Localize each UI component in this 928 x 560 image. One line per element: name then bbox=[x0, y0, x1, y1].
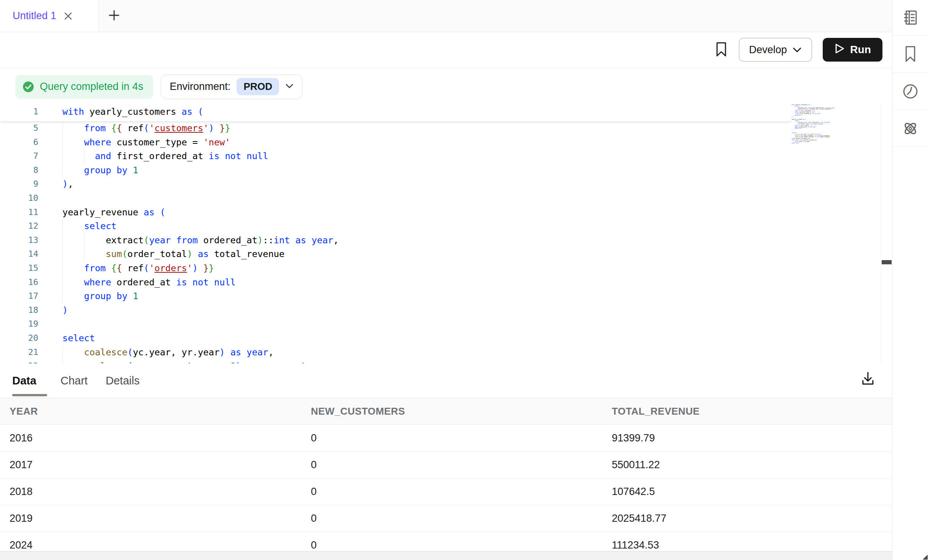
run-button[interactable]: Run bbox=[823, 38, 882, 62]
code-token bbox=[193, 249, 198, 259]
code-line[interactable]: 12 select bbox=[0, 219, 881, 233]
code-line[interactable]: 9), bbox=[0, 177, 881, 191]
code-token: 1 bbox=[133, 165, 138, 176]
editor-overview-ruler[interactable] bbox=[881, 103, 892, 363]
code-line[interactable]: 17 group by 1 bbox=[0, 289, 881, 303]
tab-untitled-1[interactable]: Untitled 1 bbox=[0, 0, 99, 32]
code-line[interactable]: 16 where ordered_at is not null bbox=[0, 275, 881, 290]
horizontal-scrollbar-track[interactable] bbox=[0, 551, 892, 560]
tab-label: Chart bbox=[60, 374, 88, 387]
code-token: , bbox=[792, 116, 793, 117]
line-number: 17 bbox=[0, 289, 38, 303]
sidebar-button-compass[interactable] bbox=[892, 110, 928, 147]
results-tab-chart[interactable]: Chart bbox=[60, 363, 88, 398]
sidebar-button-history[interactable] bbox=[892, 73, 928, 110]
code-token bbox=[225, 347, 230, 358]
code-token: extract bbox=[62, 235, 144, 246]
new-tab-button[interactable] bbox=[99, 0, 129, 32]
results-tab-details[interactable]: Details bbox=[106, 363, 140, 398]
table-cell: 2019 bbox=[10, 513, 311, 524]
table-body: 2016091399.7920170550011.2220180107642.5… bbox=[0, 425, 892, 560]
code-token bbox=[62, 361, 84, 363]
right-sidebar bbox=[892, 0, 928, 560]
code-token bbox=[214, 123, 219, 133]
overview-ruler-cursor-mark bbox=[882, 260, 892, 264]
code-line[interactable]: 21 coalesce(yc.year, yr.year) as year, bbox=[0, 345, 881, 360]
sidebar-button-bookmark[interactable] bbox=[892, 36, 928, 73]
code-text: coalesce(yc.new_customers, 0) as new_cus… bbox=[62, 359, 339, 363]
code-token: total_revenue bbox=[819, 137, 830, 138]
code-line[interactable]: 6 where customer_type = 'new' bbox=[0, 135, 881, 150]
download-button[interactable] bbox=[859, 368, 876, 391]
line-number: 19 bbox=[0, 317, 38, 331]
bookmark-button[interactable] bbox=[714, 42, 728, 58]
code-line[interactable]: 18) bbox=[0, 303, 881, 317]
status-row: Query completed in 4s Environment: PROD bbox=[0, 70, 892, 103]
code-token: ( bbox=[122, 249, 127, 259]
code-token bbox=[62, 249, 106, 259]
code-line[interactable]: 8 group by 1 bbox=[0, 163, 881, 177]
code-token: ) bbox=[209, 123, 214, 133]
code-token: ( bbox=[144, 235, 149, 246]
environment-selector[interactable]: Environment: PROD bbox=[161, 75, 302, 99]
code-token: yc.new_customers, bbox=[133, 361, 230, 363]
develop-button[interactable]: Develop bbox=[739, 38, 812, 62]
code-line[interactable]: 10 bbox=[0, 191, 881, 205]
code-line[interactable]: 1with yearly_customers as ( bbox=[0, 104, 792, 121]
table-header-row: YEARNEW_CUSTOMERSTOTAL_REVENUE bbox=[0, 398, 892, 425]
code-line[interactable]: 7 and first_ordered_at is not null bbox=[0, 149, 881, 163]
code-line[interactable]: 13 extract(year from ordered_at)::int as… bbox=[0, 233, 881, 247]
code-line[interactable]: 5 from {{ ref('customers') }} bbox=[0, 121, 881, 135]
code-token: as bbox=[144, 207, 154, 218]
code-token: new_customers bbox=[820, 109, 831, 110]
code-token: select bbox=[62, 221, 116, 231]
code-token: { bbox=[117, 123, 122, 133]
check-circle-icon bbox=[22, 81, 34, 93]
code-token: is not null bbox=[808, 126, 816, 128]
sticky-line[interactable]: 1with yearly_customers as ( bbox=[0, 104, 792, 122]
line-number: 1 bbox=[0, 104, 38, 119]
code-editor[interactable]: 5 from {{ ref('customers') }}6 where cus… bbox=[0, 103, 892, 363]
code-token: where bbox=[62, 137, 111, 148]
code-line[interactable]: 11yearly_revenue as ( bbox=[0, 205, 881, 220]
table-cell: 111234.53 bbox=[612, 539, 892, 551]
code-line[interactable]: 19 bbox=[0, 317, 881, 331]
code-token: , bbox=[830, 122, 830, 123]
code-token: group by bbox=[62, 291, 133, 301]
minimap-content: with yearly_customers as ( select extrac… bbox=[792, 104, 880, 144]
tab-label: Data bbox=[12, 374, 36, 387]
editor-minimap[interactable]: with yearly_customers as ( select extrac… bbox=[792, 104, 881, 357]
code-token: ordered_at bbox=[111, 277, 176, 288]
code-text: group by 1 bbox=[62, 289, 138, 303]
code-token: ) bbox=[62, 305, 68, 316]
code-token: ordered_at bbox=[198, 235, 258, 246]
code-text: group by 1 bbox=[62, 163, 138, 177]
code-line[interactable]: 20select bbox=[0, 331, 881, 345]
code-token: ) bbox=[193, 263, 198, 273]
code-line[interactable]: 15 from {{ ref('orders') }} bbox=[0, 261, 881, 275]
results-tab-data[interactable]: Data bbox=[12, 363, 36, 398]
code-token: ( bbox=[160, 207, 165, 218]
resize-corner[interactable] bbox=[923, 555, 928, 560]
code-token: is not null bbox=[176, 277, 236, 288]
code-line[interactable]: 22 coalesce(yc.new_customers, 0) as new_… bbox=[0, 359, 881, 363]
sidebar-button-notebook[interactable] bbox=[892, 0, 928, 36]
line-number: 16 bbox=[0, 275, 38, 290]
code-line[interactable]: 14 sum(order_total) as total_revenue bbox=[0, 247, 881, 261]
line-number: 11 bbox=[0, 205, 38, 220]
column-header: NEW_CUSTOMERS bbox=[311, 405, 612, 417]
editor-code-area[interactable]: 5 from {{ ref('customers') }}6 where cus… bbox=[0, 121, 881, 363]
code-token: } bbox=[203, 263, 209, 273]
code-token: 1 bbox=[802, 128, 802, 129]
table-row: 20170550011.22 bbox=[0, 452, 892, 479]
code-token: new_customers, bbox=[257, 361, 338, 363]
code-token: with bbox=[62, 106, 84, 117]
table-row: 201902025418.77 bbox=[0, 505, 892, 532]
line-number: 9 bbox=[0, 177, 38, 191]
code-token: , bbox=[268, 347, 274, 358]
close-icon[interactable] bbox=[63, 11, 73, 21]
code-token: first_ordered_at bbox=[111, 151, 209, 161]
code-token: coalesce bbox=[84, 347, 127, 358]
table-cell: 2017 bbox=[10, 459, 311, 471]
code-token: yearly_revenue bbox=[62, 207, 144, 218]
